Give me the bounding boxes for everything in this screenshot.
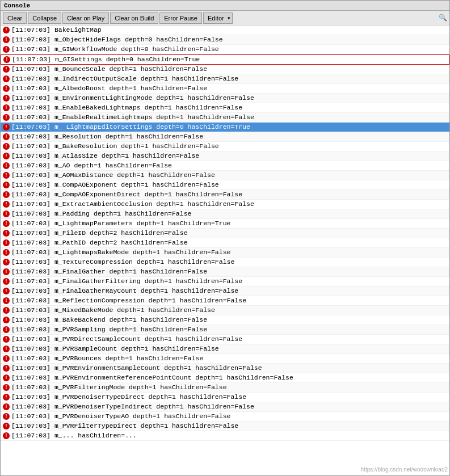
collapse-button[interactable]: Collapse — [28, 12, 61, 24]
log-row[interactable]: [11:07:03] m_AlbedoBoost depth=1 hasChil… — [1, 84, 449, 94]
log-text: [11:07:03] m_ LightmapEditorSettings dep… — [11, 123, 250, 132]
error-pause-button[interactable]: Error Pause — [159, 12, 202, 24]
log-row[interactable]: [11:07:03] m_Resolution depth=1 hasChild… — [1, 132, 449, 142]
log-text: [11:07:03] m_PVRFilterTypeDirect depth=1… — [11, 422, 238, 431]
log-text: [11:07:03] m_PVRDenoiserTypeAO depth=1 h… — [11, 412, 230, 421]
log-row[interactable]: [11:07:03] m_AtlasSize depth=1 hasChildr… — [1, 151, 449, 161]
log-row[interactable]: [11:07:03] m_PVREnvironmentSampleCount d… — [1, 364, 449, 373]
log-row[interactable]: [11:07:03] m_PVRFilteringMode depth=1 ha… — [1, 383, 449, 393]
log-row[interactable]: [11:07:03] m_EnableRealtimeLightmaps dep… — [1, 113, 449, 123]
log-row[interactable]: [11:07:03] m_TextureCompression depth=1 … — [1, 258, 449, 267]
log-row[interactable]: [11:07:03] m_FinalGatherFiltering depth=… — [1, 277, 449, 287]
error-icon — [3, 143, 10, 150]
log-row[interactable]: [11:07:03] m_PVRSampling depth=1 hasChil… — [1, 325, 449, 335]
error-icon — [3, 124, 10, 130]
clear-on-build-button[interactable]: Clear on Build — [110, 12, 158, 24]
log-row[interactable]: [11:07:03] m_FileID depth=2 hasChildren=… — [1, 229, 449, 238]
error-icon — [3, 210, 10, 217]
log-row[interactable]: [11:07:03] m_ReflectionCompression depth… — [1, 296, 449, 306]
log-text: [11:07:03] m_LightmapParameters depth=1 … — [11, 219, 230, 228]
error-icon — [3, 365, 10, 372]
log-row[interactable]: [11:07:03] m_ObjectHideFlags depth=0 has… — [1, 35, 449, 45]
log-text: [11:07:03] m_FinalGatherRayCount depth=1… — [11, 287, 238, 296]
error-icon — [3, 104, 10, 111]
log-row[interactable]: [11:07:03] m_PVRDenoiserTypeAO depth=1 h… — [1, 412, 449, 422]
error-icon — [3, 355, 10, 362]
error-icon — [3, 230, 10, 237]
log-row[interactable]: [11:07:03] m_PVRDirectSampleCount depth=… — [1, 335, 449, 344]
error-icon — [3, 268, 10, 275]
log-row[interactable]: [11:07:03] BakeLightMap — [1, 26, 449, 35]
error-icon — [3, 201, 10, 208]
error-icon — [3, 297, 10, 304]
log-row[interactable]: [11:07:03] m_GIWorkflowMode depth=0 hasC… — [1, 45, 449, 54]
error-icon — [3, 114, 10, 121]
toolbar: Clear Collapse Clear on Play Clear on Bu… — [1, 11, 449, 26]
log-text: [11:07:03] BakeLightMap — [11, 26, 102, 35]
log-text: [11:07:03] m_PVREnvironmentReferencePoin… — [11, 373, 293, 382]
log-row[interactable]: [11:07:03] m_ExtractAmbientOcclusion dep… — [1, 200, 449, 209]
error-icon — [3, 413, 10, 420]
error-icon — [3, 307, 10, 314]
error-icon — [3, 46, 10, 53]
log-row[interactable]: [11:07:03] m_AOMaxDistance depth=1 hasCh… — [1, 171, 449, 180]
log-row[interactable]: [11:07:03] m_CompAOExponent depth=1 hasC… — [1, 180, 449, 190]
log-text: [11:07:03] m_Padding depth=1 hasChildren… — [11, 209, 191, 218]
error-icon — [3, 374, 10, 381]
log-row[interactable]: [11:07:03] m_EnvironmentLightingMode dep… — [1, 94, 449, 103]
error-icon — [3, 317, 10, 323]
log-text: [11:07:03] m_FinalGather depth=1 hasChil… — [11, 267, 207, 276]
log-text: [11:07:03] m_BakeBackend depth=1 hasChil… — [11, 315, 207, 325]
log-row[interactable]: [11:07:03] m_PVRDenoiserTypeIndirect dep… — [1, 402, 449, 412]
log-row[interactable]: [11:07:03] m_CompAOExponentDirect depth=… — [1, 190, 449, 200]
log-row[interactable]: [11:07:03] m_PVREnvironmentReferencePoin… — [1, 373, 449, 383]
log-row[interactable]: [11:07:03] m_EnableBakedLightmaps depth=… — [1, 103, 449, 113]
log-row[interactable]: [11:07:03] m_AO depth=1 hasChildren=Fals… — [1, 161, 449, 171]
log-row[interactable]: [11:07:03] m_LightmapParameters depth=1 … — [1, 219, 449, 229]
log-text: [11:07:03] m_PVRSampleCount depth=1 hasC… — [11, 344, 219, 353]
error-icon — [3, 432, 10, 439]
editor-dropdown-button[interactable]: Editor — [203, 12, 233, 24]
log-row[interactable]: [11:07:03] m_PVRDenoiserTypeDirect depth… — [1, 393, 449, 402]
error-icon — [3, 191, 10, 198]
log-row[interactable]: [11:07:03] m_FinalGatherRayCount depth=1… — [1, 287, 449, 296]
log-row[interactable]: [11:07:03] m_IndirectOutputScale depth=1… — [1, 74, 449, 84]
log-text: [11:07:03] m_... hasChildren=... — [11, 431, 137, 440]
error-icon — [3, 278, 10, 285]
error-icon — [3, 394, 10, 401]
title-bar: Console — [1, 1, 449, 11]
console-log-area[interactable]: [11:07:03] BakeLightMap[11:07:03] m_Obje… — [1, 26, 449, 475]
log-row[interactable]: [11:07:03] m_... hasChildren=... — [1, 431, 449, 441]
error-icon — [3, 56, 10, 63]
log-row[interactable]: [11:07:03] m_BakeBackend depth=1 hasChil… — [1, 315, 449, 325]
error-icon — [3, 27, 10, 33]
error-icon — [3, 288, 10, 294]
log-row[interactable]: [11:07:03] m_Padding depth=1 hasChildren… — [1, 209, 449, 219]
error-icon — [3, 346, 10, 352]
log-row[interactable]: [11:07:03] m_PVRFilterTypeDirect depth=1… — [1, 422, 449, 431]
error-icon — [3, 162, 10, 169]
log-row[interactable]: [11:07:03] m_MixedBakeMode depth=1 hasCh… — [1, 306, 449, 315]
log-text: [11:07:03] m_GISettings depth=0 hasChild… — [12, 55, 200, 64]
log-row[interactable]: [11:07:03] m_BounceScale depth=1 hasChil… — [1, 65, 449, 74]
log-text: [11:07:03] m_PVRDenoiserTypeDirect depth… — [11, 393, 246, 402]
log-text: [11:07:03] m_EnableBakedLightmaps depth=… — [11, 103, 242, 112]
error-icon — [3, 326, 10, 333]
log-row[interactable]: [11:07:03] m_PathID depth=2 hasChildren=… — [1, 238, 449, 248]
error-icon — [3, 220, 10, 227]
error-icon — [3, 239, 10, 246]
log-row[interactable]: [11:07:03] m_LightmapsBakeMode depth=1 h… — [1, 248, 449, 258]
log-text: [11:07:03] m_AlbedoBoost depth=1 hasChil… — [11, 84, 207, 93]
log-row[interactable]: [11:07:03] m_GISettings depth=0 hasChild… — [1, 54, 449, 65]
error-icon — [3, 336, 10, 343]
log-row[interactable]: [11:07:03] m_PVRSampleCount depth=1 hasC… — [1, 344, 449, 354]
log-text: [11:07:03] m_ReflectionCompression depth… — [11, 296, 246, 305]
log-row[interactable]: [11:07:03] m_BakeResolution depth=1 hasC… — [1, 142, 449, 151]
clear-button[interactable]: Clear — [3, 12, 27, 24]
log-row[interactable]: [11:07:03] m_PVRBounces depth=1 hasChild… — [1, 354, 449, 364]
error-icon — [3, 85, 10, 92]
log-row[interactable]: [11:07:03] m_ LightmapEditorSettings dep… — [1, 123, 449, 132]
error-icon — [3, 172, 10, 179]
log-row[interactable]: [11:07:03] m_FinalGather depth=1 hasChil… — [1, 267, 449, 277]
clear-on-play-button[interactable]: Clear on Play — [62, 12, 109, 24]
